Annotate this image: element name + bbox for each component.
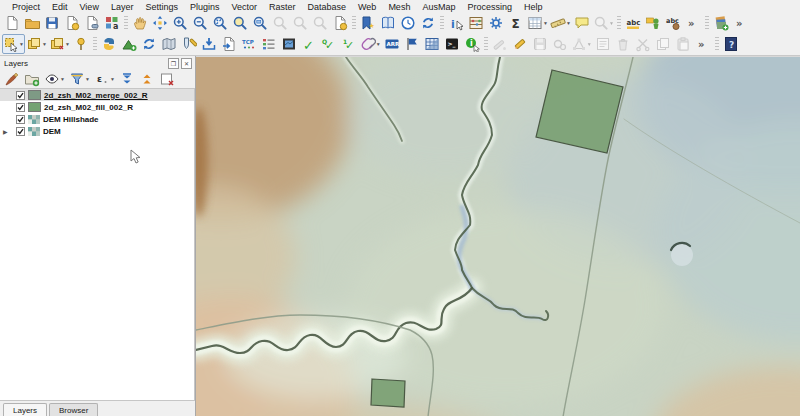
svg-text:abc: abc: [626, 19, 640, 27]
new-map-view-icon[interactable]: [330, 13, 350, 33]
layer-checkbox-icon[interactable]: [16, 127, 25, 136]
check-tool-q-icon[interactable]: ✓Q: [319, 34, 339, 54]
new-project-icon[interactable]: [2, 13, 22, 33]
manage-map-themes-icon[interactable]: ▼: [43, 70, 66, 88]
close-panel-button[interactable]: ✕: [181, 58, 192, 69]
show-statistics-icon[interactable]: Σ: [506, 13, 526, 33]
select-features-icon[interactable]: ▼: [2, 34, 25, 54]
layer-item-2d-zsh-m02-merge-002-r[interactable]: 2d_zsh_M02_merge_002_R: [0, 89, 194, 101]
menu-edit[interactable]: Edit: [46, 1, 74, 13]
menu-settings[interactable]: Settings: [139, 1, 184, 13]
georeferencer-icon[interactable]: [159, 34, 179, 54]
menu-mesh[interactable]: Mesh: [382, 1, 416, 13]
menu-view[interactable]: View: [74, 1, 105, 13]
filter-by-expression-icon[interactable]: ε▼: [93, 70, 116, 88]
map-tips-icon[interactable]: [572, 13, 592, 33]
raster-layer-icon: [28, 127, 40, 136]
tuflow-tcf-icon[interactable]: TCP: [239, 34, 259, 54]
layer-item-2d-zsh-m02-fill-002-r[interactable]: 2d_zsh_M02_fill_002_R: [0, 101, 194, 113]
zoom-in-icon[interactable]: [170, 13, 190, 33]
measure-line-icon[interactable]: ▼: [549, 13, 572, 33]
highlight-features-icon[interactable]: [71, 34, 91, 54]
open-layer-styling-icon[interactable]: [3, 70, 21, 88]
feature-info-icon[interactable]: i: [462, 34, 482, 54]
zoom-to-selection-icon[interactable]: [230, 13, 250, 33]
map-canvas[interactable]: [196, 56, 800, 416]
panel-tab-layers[interactable]: Layers: [3, 403, 47, 416]
collapse-all-icon[interactable]: [138, 70, 156, 88]
toggle-editing-icon[interactable]: [510, 34, 530, 54]
layer-checkbox-icon[interactable]: [16, 91, 25, 100]
menu-project[interactable]: Project: [6, 1, 46, 13]
layer-item-dem-hillshade[interactable]: DEM Hillshade: [0, 113, 194, 125]
zoom-native-icon: [270, 13, 290, 33]
zoom-out-icon[interactable]: [190, 13, 210, 33]
toolbar-overflow-2-icon[interactable]: »: [731, 13, 751, 33]
check-tool-1-icon[interactable]: ✓: [299, 34, 319, 54]
refresh-map-icon[interactable]: [418, 13, 438, 33]
zoom-to-layer-icon[interactable]: [250, 13, 270, 33]
remove-layer-icon[interactable]: [158, 70, 176, 88]
raster-calculator-icon[interactable]: [422, 34, 442, 54]
layer-label: DEM Hillshade: [43, 115, 99, 124]
zoom-full-extent-icon[interactable]: [210, 13, 230, 33]
menu-plugins[interactable]: Plugins: [184, 1, 226, 13]
menu-processing[interactable]: Processing: [461, 1, 518, 13]
model-designer-icon[interactable]: [119, 34, 139, 54]
os-console-icon[interactable]: >_: [442, 34, 462, 54]
temporal-controller-icon[interactable]: [398, 13, 418, 33]
download-data-icon[interactable]: [199, 34, 219, 54]
new-print-layout-icon[interactable]: [62, 13, 82, 33]
expand-all-icon[interactable]: [118, 70, 136, 88]
help-icon[interactable]: ?: [721, 34, 741, 54]
menu-vector[interactable]: Vector: [225, 1, 263, 13]
pan-to-selection-icon[interactable]: [150, 13, 170, 33]
check-geometries-icon[interactable]: [179, 34, 199, 54]
processing-history-icon[interactable]: [139, 34, 159, 54]
new-bookmark-icon[interactable]: ★: [358, 13, 378, 33]
menu-web[interactable]: Web: [352, 1, 382, 13]
arr-tool-icon[interactable]: ARR: [382, 34, 402, 54]
open-project-icon[interactable]: [22, 13, 42, 33]
svg-text:Σ: Σ: [512, 17, 520, 31]
current-edits-icon: [490, 34, 510, 54]
layout-manager-icon[interactable]: [82, 13, 102, 33]
menu-raster[interactable]: Raster: [263, 1, 302, 13]
select-by-expression-icon[interactable]: ▼: [48, 34, 71, 54]
statistical-summary-icon[interactable]: [466, 13, 486, 33]
flag-tool-icon[interactable]: [402, 34, 422, 54]
style-manager-icon[interactable]: a: [102, 13, 122, 33]
add-record-icon: [550, 34, 570, 54]
expander-icon[interactable]: ▶: [3, 128, 8, 135]
map-export-icon[interactable]: [279, 34, 299, 54]
select-features-by-value-icon[interactable]: ▼: [25, 34, 48, 54]
add-layer-group-icon[interactable]: [711, 13, 731, 33]
import-layer-icon[interactable]: [219, 34, 239, 54]
layer-item-dem[interactable]: ▶DEM: [0, 125, 194, 137]
layer-checkbox-icon[interactable]: [16, 103, 25, 112]
float-panel-button[interactable]: ❐: [168, 58, 179, 69]
layer-labeling-options-icon[interactable]: [643, 13, 663, 33]
menu-layer[interactable]: Layer: [105, 1, 140, 13]
pan-map-icon[interactable]: [130, 13, 150, 33]
layer-order-list-icon[interactable]: [259, 34, 279, 54]
python-console-icon[interactable]: [99, 34, 119, 54]
filter-legend-icon[interactable]: ▼: [68, 70, 91, 88]
label-toolbar-icon[interactable]: abc: [623, 13, 643, 33]
layer-checkbox-icon[interactable]: [16, 115, 25, 124]
move-label-icon[interactable]: abc: [663, 13, 683, 33]
toolbar-overflow-1-icon[interactable]: »: [683, 13, 703, 33]
menu-database[interactable]: Database: [302, 1, 353, 13]
processing-toolbox-icon[interactable]: [486, 13, 506, 33]
identify-features-icon[interactable]: i: [446, 13, 466, 33]
toolbar-overflow-3-icon[interactable]: »: [693, 34, 713, 54]
save-project-icon[interactable]: [42, 13, 62, 33]
show-bookmarks-icon[interactable]: [378, 13, 398, 33]
menu-ausmap[interactable]: AusMap: [416, 1, 461, 13]
open-attribute-table-icon[interactable]: ▼: [526, 13, 549, 33]
add-group-icon[interactable]: [23, 70, 41, 88]
check-tool-2-icon[interactable]: ✓1: [339, 34, 359, 54]
panel-tab-browser[interactable]: Browser: [49, 403, 98, 416]
menu-help[interactable]: Help: [518, 1, 549, 13]
attachments-icon[interactable]: ▼: [359, 34, 382, 54]
